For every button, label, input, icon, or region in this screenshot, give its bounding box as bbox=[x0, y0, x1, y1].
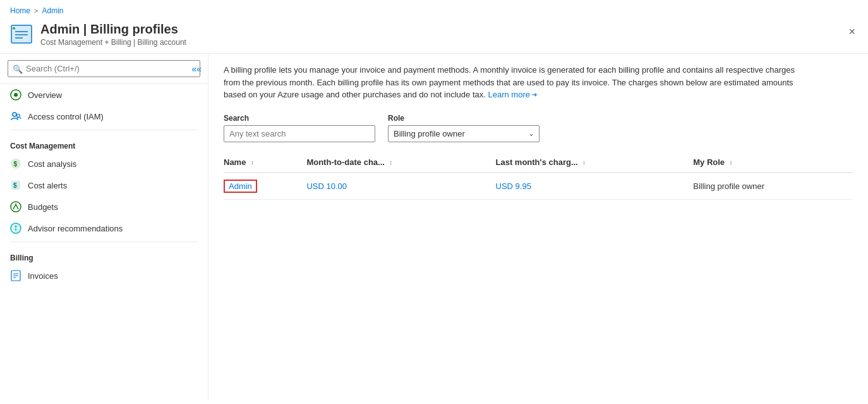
sidebar-item-budgets-label: Budgets bbox=[28, 202, 58, 212]
divider-cost-management bbox=[10, 130, 198, 130]
sidebar-item-overview-label: Overview bbox=[28, 90, 62, 100]
role-select-wrap: Billing profile owner Billing profile co… bbox=[388, 125, 539, 142]
svg-point-18 bbox=[15, 226, 17, 228]
sidebar-item-iam-label: Access control (IAM) bbox=[28, 112, 104, 121]
search-filter-label: Search bbox=[224, 114, 375, 123]
cost-alerts-icon: $ bbox=[10, 180, 21, 191]
overview-icon bbox=[10, 89, 21, 101]
section-label-billing: Billing bbox=[0, 245, 208, 265]
collapse-button[interactable]: «« bbox=[185, 60, 208, 78]
svg-point-8 bbox=[14, 93, 18, 97]
admin-link[interactable]: Admin bbox=[224, 180, 257, 193]
sort-icon-name[interactable]: ↕ bbox=[251, 160, 254, 166]
sidebar-item-invoices[interactable]: Invoices bbox=[0, 265, 208, 286]
role-filter-select[interactable]: Billing profile owner Billing profile co… bbox=[388, 125, 539, 142]
sidebar: 🔍 «« Overview Access co bbox=[0, 54, 208, 401]
col-header-month-to-date: Month-to-date cha... ↕ bbox=[306, 152, 495, 173]
search-icon: 🔍 bbox=[13, 64, 23, 73]
sidebar-item-cost-analysis-label: Cost analysis bbox=[28, 159, 76, 169]
page-header: $ Admin | Billing profiles Cost Manageme… bbox=[0, 18, 868, 54]
advisor-icon bbox=[10, 223, 21, 234]
invoices-icon bbox=[10, 270, 21, 281]
description-text: A billing profile lets you manage your i… bbox=[224, 64, 805, 101]
section-label-cost-management: Cost Management bbox=[0, 133, 208, 153]
divider-billing bbox=[10, 242, 198, 242]
learn-more-link[interactable]: Learn more ➔ bbox=[488, 89, 536, 101]
cell-my-role: Billing profile owner bbox=[693, 173, 853, 200]
cell-month-to-date: USD 10.00 bbox=[306, 173, 495, 200]
sidebar-item-overview[interactable]: Overview bbox=[0, 84, 208, 106]
cell-name: Admin bbox=[224, 173, 306, 200]
sidebar-item-cost-alerts[interactable]: $ Cost alerts bbox=[0, 174, 208, 196]
sidebar-item-advisor[interactable]: Advisor recommendations bbox=[0, 217, 208, 239]
main-layout: 🔍 «« Overview Access co bbox=[0, 54, 868, 401]
sidebar-item-invoices-label: Invoices bbox=[28, 271, 58, 281]
table-row: Admin USD 10.00 USD 9.95 Billing profile… bbox=[224, 173, 853, 200]
budgets-icon bbox=[10, 201, 21, 212]
svg-text:$: $ bbox=[13, 182, 17, 189]
access-control-icon bbox=[10, 111, 21, 122]
svg-text:$: $ bbox=[14, 161, 18, 168]
last-month-value[interactable]: USD 9.95 bbox=[496, 181, 531, 191]
cost-analysis-icon: $ bbox=[10, 158, 21, 169]
svg-point-10 bbox=[17, 114, 20, 118]
sort-icon-my-role[interactable]: ↕ bbox=[730, 160, 733, 166]
search-filter-group: Search bbox=[224, 114, 375, 142]
role-filter-label: Role bbox=[388, 114, 539, 123]
sidebar-search-area: 🔍 bbox=[0, 54, 208, 84]
close-button[interactable]: × bbox=[846, 23, 858, 41]
sidebar-item-access-control[interactable]: Access control (IAM) bbox=[0, 106, 208, 127]
breadcrumb-separator: > bbox=[34, 7, 38, 15]
role-filter-group: Role Billing profile owner Billing profi… bbox=[388, 114, 539, 142]
page-title: Admin | Billing profiles bbox=[40, 21, 186, 37]
search-input[interactable] bbox=[8, 60, 200, 77]
breadcrumb-current: Admin bbox=[42, 6, 63, 15]
sidebar-item-budgets[interactable]: Budgets bbox=[0, 196, 208, 217]
billing-profiles-table: Name ↕ Month-to-date cha... ↕ Last month… bbox=[224, 152, 853, 200]
sidebar-item-cost-alerts-label: Cost alerts bbox=[28, 181, 67, 190]
breadcrumb-home[interactable]: Home bbox=[10, 6, 30, 15]
month-to-date-value[interactable]: USD 10.00 bbox=[306, 181, 347, 191]
sidebar-item-cost-analysis[interactable]: $ Cost analysis bbox=[0, 153, 208, 174]
sort-icon-last-month[interactable]: ↕ bbox=[582, 160, 586, 166]
sidebar-item-advisor-label: Advisor recommendations bbox=[28, 224, 123, 233]
col-header-name: Name ↕ bbox=[224, 152, 306, 173]
table-header-row: Name ↕ Month-to-date cha... ↕ Last month… bbox=[224, 152, 853, 173]
col-header-last-month: Last month's charg... ↕ bbox=[496, 152, 694, 173]
page-icon: $ bbox=[10, 23, 33, 46]
cell-last-month: USD 9.95 bbox=[496, 173, 694, 200]
external-link-icon: ➔ bbox=[532, 90, 537, 99]
sort-icon-month-to-date[interactable]: ↕ bbox=[390, 160, 393, 166]
main-content: A billing profile lets you manage your i… bbox=[208, 54, 868, 401]
col-header-my-role: My Role ↕ bbox=[693, 152, 853, 173]
page-subtitle: Cost Management + Billing | Billing acco… bbox=[40, 38, 186, 47]
filter-row: Search Role Billing profile owner Billin… bbox=[224, 114, 853, 142]
breadcrumb: Home > Admin bbox=[0, 0, 868, 18]
search-filter-input[interactable] bbox=[224, 125, 375, 142]
svg-point-9 bbox=[13, 113, 16, 116]
